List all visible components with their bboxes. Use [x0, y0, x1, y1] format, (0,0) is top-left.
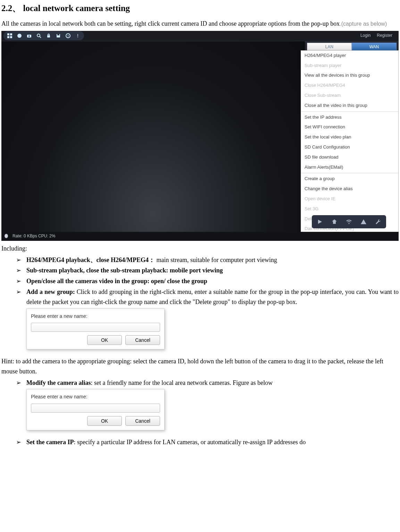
bullet-modify-alias: Modify the camera alias: set a friendly …: [26, 378, 399, 388]
grid-icon[interactable]: [6, 32, 13, 39]
section-heading: 2.2、 local network camera setting: [1, 1, 399, 15]
ptz-bottom-icons: [312, 215, 386, 228]
cm-open-ie[interactable]: Open device IE: [301, 194, 398, 204]
cm-h264-player[interactable]: H264/MPEG4 player: [301, 51, 398, 61]
cm-close-substream[interactable]: Close Sub-stream: [301, 91, 398, 101]
svg-marker-16: [332, 219, 337, 224]
dialog1-name-input[interactable]: [31, 323, 160, 332]
info-icon[interactable]: !: [74, 32, 81, 39]
play-icon[interactable]: [315, 217, 324, 226]
svg-point-17: [349, 223, 350, 224]
lan-wan-tabs: LAN WAN: [307, 43, 397, 51]
status-bar: Rate: 0 KBps CPU: 2%: [1, 232, 399, 241]
bullet-setip-rest: : specify a particular IP address for LA…: [74, 439, 306, 446]
bullet-list-2: Modify the camera alias: set a friendly …: [1, 378, 399, 388]
login-link[interactable]: Login: [360, 32, 370, 39]
wifi-icon[interactable]: [344, 217, 353, 226]
svg-text:!: !: [77, 33, 78, 38]
toolbar: ? !: [3, 31, 84, 40]
bullet-openclose: Open/close all the cameras video in the …: [26, 276, 399, 286]
register-link[interactable]: Register: [377, 32, 392, 39]
cm-set-3g[interactable]: Set 3G: [301, 204, 398, 214]
new-name-dialog-2: Please enter a new name: OK Cancel: [26, 389, 165, 430]
cm-close-h264[interactable]: Close H264/MPEG4: [301, 81, 398, 91]
cm-close-all-video[interactable]: Close all the video in this group: [301, 101, 398, 111]
tab-lan[interactable]: LAN: [307, 43, 352, 51]
wrench-icon[interactable]: [374, 217, 383, 226]
bullet-h264: H264/MPEG4 playback、close H264/MPEG4： ma…: [26, 255, 399, 265]
cm-alarm-alerts[interactable]: Alarm Alerts(EMail): [301, 162, 398, 172]
hint-paragraph: Hint: to add the camera to the appropria…: [1, 356, 399, 377]
bullet-h264-rest: main stream, suitable for computer port …: [155, 256, 277, 263]
bullet-addgroup-bold: Add a new group:: [26, 288, 77, 295]
app-topbar: ? ! Login Register: [1, 31, 399, 41]
bullet-list-3: Set the camera IP: specify a particular …: [1, 437, 399, 447]
video-main-area: [1, 41, 305, 232]
alert-icon[interactable]: [359, 217, 368, 226]
cm-view-all-devices[interactable]: View all the devices in this group: [301, 70, 398, 81]
bullet-substream: Sub-stream playback, close the sub-strea…: [26, 265, 399, 276]
camera-icon[interactable]: [26, 32, 33, 39]
gear-icon[interactable]: [3, 234, 9, 239]
dialog2-name-input[interactable]: [31, 404, 160, 413]
cm-substream-player[interactable]: Sub-stream player: [301, 61, 398, 71]
camera-context-menu: H264/MPEG4 player Sub-stream player View…: [301, 50, 399, 241]
dialog1-ok-button[interactable]: OK: [87, 335, 122, 345]
dialog1-cancel-button[interactable]: Cancel: [125, 335, 160, 345]
dialog2-ok-button[interactable]: OK: [87, 416, 122, 426]
svg-rect-2: [7, 36, 9, 38]
lock-icon[interactable]: [45, 32, 52, 39]
svg-rect-1: [10, 33, 12, 35]
dialog2-cancel-button[interactable]: Cancel: [125, 416, 160, 426]
help-icon[interactable]: ?: [65, 32, 72, 39]
cm-set-ip[interactable]: Set the IP address: [301, 112, 398, 123]
bullet-openclose-text: Open/close all the cameras video in the …: [26, 278, 207, 285]
svg-rect-11: [57, 34, 59, 35]
bullet-h264-bold: H264/MPEG4 playback、close H264/MPEG4：: [26, 256, 155, 263]
intro-text-b: .(capture as below): [340, 21, 387, 27]
bullet-set-ip: Set the camera IP: specify a particular …: [26, 437, 399, 447]
new-name-dialog-1: Please enter a new name: OK Cancel: [26, 309, 165, 349]
svg-line-8: [40, 36, 41, 38]
bullet-modify-rest: : set a friendly name for the local area…: [91, 379, 273, 386]
status-text: Rate: 0 KBps CPU: 2%: [12, 233, 55, 239]
cm-divider: [301, 173, 398, 173]
intro-paragraph: All the cameras in local network both ca…: [1, 19, 399, 29]
svg-text:?: ?: [67, 34, 69, 38]
bullet-setip-bold: Set the camera IP: [26, 439, 74, 446]
save-icon[interactable]: [55, 32, 62, 39]
svg-rect-9: [47, 35, 50, 37]
cm-local-video-plan[interactable]: Set the local video plan: [301, 132, 398, 142]
cm-divider: [301, 111, 398, 112]
svg-point-6: [28, 35, 30, 37]
bullet-list-1: H264/MPEG4 playback、close H264/MPEG4： ma…: [1, 255, 399, 307]
svg-marker-15: [318, 220, 322, 224]
cm-set-wifi[interactable]: Set WIFI connection: [301, 122, 398, 132]
search-icon[interactable]: [35, 32, 42, 39]
bullet-addgroup-rest: Click to add grouping in the right-click…: [26, 288, 399, 305]
dialog2-label: Please enter a new name:: [31, 393, 160, 400]
intro-text-a: All the cameras in local network both ca…: [1, 20, 340, 27]
including-label: Including:: [1, 244, 399, 254]
cm-create-group[interactable]: Create a group: [301, 174, 398, 184]
tab-wan[interactable]: WAN: [352, 43, 397, 51]
top-right-links: Login Register: [360, 32, 392, 39]
bullet-substream-text: Sub-stream playback, close the sub-strea…: [26, 267, 223, 274]
record-icon[interactable]: [16, 32, 23, 39]
dialog1-label: Please enter a new name:: [31, 312, 160, 320]
bullet-modify-bold: Modify the camera alias: [26, 379, 91, 386]
cm-change-alias[interactable]: Change the device alias: [301, 184, 398, 194]
home-icon[interactable]: [330, 217, 339, 226]
bullet-addgroup: Add a new group: Click to add grouping i…: [26, 287, 399, 307]
svg-marker-18: [361, 219, 366, 224]
cm-sd-download[interactable]: SD file download: [301, 152, 398, 162]
app-screenshot: ? ! Login Register LAN WAN H264/MPEG4 pl…: [1, 31, 399, 241]
svg-point-7: [37, 34, 40, 37]
cm-sdcard-config[interactable]: SD Card Configuration: [301, 142, 398, 152]
svg-rect-3: [10, 36, 12, 38]
svg-rect-0: [7, 33, 9, 35]
svg-point-4: [17, 34, 22, 38]
